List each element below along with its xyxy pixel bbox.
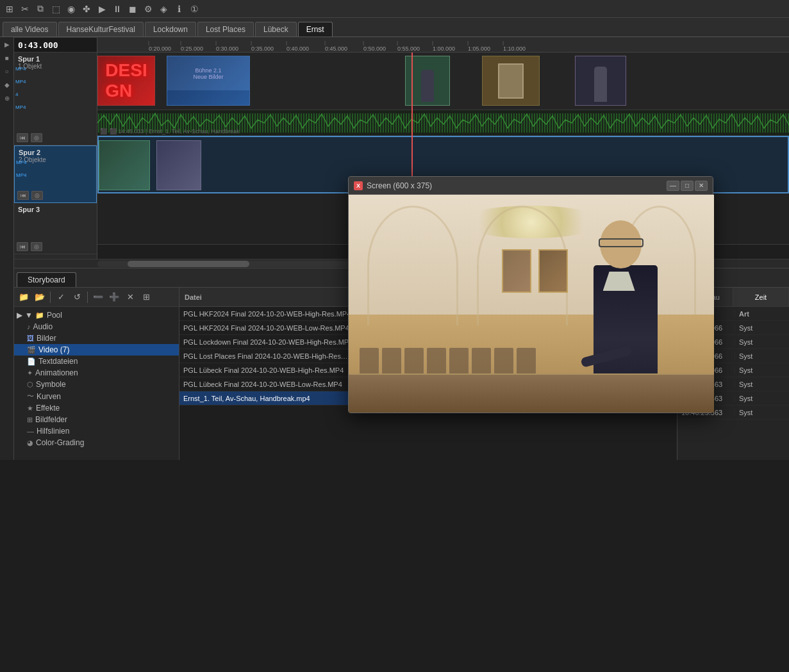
ruler-mark: 1:05.000 bbox=[468, 40, 490, 52]
storyboard-tab[interactable]: Storyboard bbox=[17, 272, 76, 287]
pool-minus-icon[interactable]: ➖ bbox=[91, 290, 105, 304]
tab-ernst[interactable]: Ernst bbox=[298, 22, 333, 37]
track-label-spur2: Spur 2 2 Objekte MP4 MP4 ⏮ ◎ bbox=[14, 145, 97, 203]
tree-video[interactable]: 🎬 Video (7) bbox=[14, 344, 179, 356]
tree-color-grading[interactable]: ◕ Color-Grading bbox=[14, 437, 179, 448]
clip-poster[interactable]: Bühne 2.1Neue Bilder bbox=[167, 56, 250, 106]
tree-pool-folder[interactable]: ▶ ▼ 📁 Pool bbox=[14, 309, 179, 321]
tab-lubeck[interactable]: Lübeck bbox=[255, 22, 297, 37]
track2-mute-btn[interactable]: ◎ bbox=[31, 191, 43, 200]
track-label-spur1: Spur 1 1 Objekt ⏮ ◎ MP4 MP4 4 MP4 bbox=[14, 53, 97, 145]
toolbar-icon-grid[interactable]: ⊞ bbox=[3, 2, 17, 16]
ruler-mark: 0:40.000 bbox=[287, 40, 309, 52]
tab-hansekulturfestival[interactable]: HanseKulturFestival bbox=[58, 22, 144, 37]
track3-mute-btn[interactable]: ◎ bbox=[31, 242, 42, 251]
pool-open-icon[interactable]: 📂 bbox=[33, 290, 47, 304]
left-panel-item1[interactable]: ▶ bbox=[1, 38, 13, 50]
tab-lost-places[interactable]: Lost Places bbox=[197, 22, 254, 37]
tree-symbole[interactable]: ⬡ Symbole bbox=[14, 379, 179, 390]
tree-bildfelder[interactable]: ⊞ Bildfelder bbox=[14, 414, 179, 425]
floating-maximize-btn[interactable]: □ bbox=[681, 181, 693, 191]
clip-spur2-2[interactable] bbox=[156, 140, 201, 190]
ruler-mark: 0:25.000 bbox=[181, 40, 203, 52]
tree-hilfslinien[interactable]: — Hilfslinien bbox=[14, 425, 179, 437]
video-preview bbox=[349, 195, 714, 413]
left-panel-item5[interactable]: ⊕ bbox=[1, 92, 13, 104]
ruler-mark: 1:10.000 bbox=[503, 40, 526, 52]
pool-check-icon[interactable]: ✓ bbox=[54, 290, 68, 304]
col-header-datei[interactable]: Datei bbox=[179, 288, 359, 306]
pool-sidebar: 📁 📂 ✓ ↺ ➖ ➕ ✕ ⊞ ▶ ▼ 📁 Pool bbox=[14, 288, 179, 460]
tab-alle-videos[interactable]: alle Videos bbox=[3, 22, 57, 37]
toolbar-icon-cut[interactable]: ✂ bbox=[18, 2, 32, 16]
ruler-mark: 1:00.000 bbox=[433, 40, 455, 52]
toolbar-icon-number[interactable]: ① bbox=[187, 2, 201, 16]
floating-title-text: Screen (600 x 375) bbox=[367, 181, 665, 190]
pool-close-icon[interactable]: ✕ bbox=[123, 290, 137, 304]
toolbar-icon-stop[interactable]: ◼ bbox=[126, 2, 140, 16]
tree-kurven[interactable]: 〜 Kurven bbox=[14, 390, 179, 402]
floating-window-icon: X bbox=[354, 181, 363, 190]
left-panel-item3[interactable]: ○ bbox=[1, 65, 13, 77]
track-row-video1: DESIGN Bühne 2.1Neue Bilder bbox=[97, 53, 789, 110]
clip-ernst-walk2[interactable] bbox=[575, 56, 626, 106]
track1-play-btn[interactable]: ⏮ bbox=[17, 133, 28, 142]
track2-play-btn[interactable]: ⏮ bbox=[17, 191, 29, 200]
timecode-display: 0:43.000 bbox=[14, 37, 97, 53]
pool-plus-icon[interactable]: ➕ bbox=[107, 290, 121, 304]
clip-design[interactable]: DESIGN bbox=[97, 56, 155, 106]
ruler-mark: 0:35.000 bbox=[251, 40, 274, 52]
left-panel: ▶ ■ ○ ◆ ⊕ bbox=[0, 37, 14, 460]
tree-animationen[interactable]: ✦ Animationen bbox=[14, 367, 179, 379]
floating-screen-window: X Screen (600 x 375) — □ ✕ bbox=[348, 176, 713, 413]
top-toolbar: ⊞ ✂ ⧉ ⬚ ◉ ✤ ▶ ⏸ ◼ ⚙ ◈ ℹ ① bbox=[0, 0, 789, 18]
left-panel-item2[interactable]: ■ bbox=[1, 52, 13, 63]
toolbar-icon-marker[interactable]: ◈ bbox=[156, 2, 170, 16]
ruler-mark: 0:30.000 bbox=[216, 40, 238, 52]
clip-spur2-1[interactable] bbox=[99, 140, 150, 190]
tree-effekte[interactable]: ★ Effekte bbox=[14, 402, 179, 414]
tab-lockdown[interactable]: Lockdown bbox=[145, 22, 196, 37]
toolbar-icon-play[interactable]: ▶ bbox=[95, 2, 109, 16]
timeline-ruler[interactable]: 0:20.0000:25.0000:30.0000:35.0000:40.000… bbox=[97, 37, 789, 53]
toolbar-icon-box[interactable]: ⬚ bbox=[49, 2, 63, 16]
toolbar-icon-settings[interactable]: ⚙ bbox=[141, 2, 155, 16]
pool-tree: ▶ ▼ 📁 Pool ♪ Audio 🖼 Bilder 🎬 bbox=[14, 307, 179, 460]
toolbar-icon-move[interactable]: ✤ bbox=[79, 2, 94, 16]
pool-grid-icon[interactable]: ⊞ bbox=[139, 290, 153, 304]
floating-titlebar[interactable]: X Screen (600 x 375) — □ ✕ bbox=[349, 177, 713, 195]
ruler-mark: 0:50.000 bbox=[363, 40, 386, 52]
clip-ernst-walk1[interactable] bbox=[405, 56, 450, 106]
ruler-mark: 0:20.000 bbox=[149, 40, 171, 52]
pool-refresh-icon[interactable]: ↺ bbox=[70, 290, 84, 304]
toolbar-icon-copy[interactable]: ⧉ bbox=[33, 2, 47, 16]
ruler-mark: 0:55.000 bbox=[397, 40, 420, 52]
pool-tab-zeit[interactable]: Zeit bbox=[733, 288, 789, 306]
toolbar-icon-pause[interactable]: ⏸ bbox=[110, 2, 124, 16]
audio-info-text: ⬛ 14:45.033 | Ernst_1. Teil, Av-Schau, H… bbox=[110, 128, 240, 135]
tree-textdateien[interactable]: 📄 Textdateien bbox=[14, 356, 179, 367]
ruler-mark: 0:45.000 bbox=[325, 40, 347, 52]
track1-mute-btn[interactable]: ◎ bbox=[31, 133, 42, 142]
toolbar-icon-info[interactable]: ℹ bbox=[172, 2, 186, 16]
floating-content bbox=[349, 195, 713, 413]
audio-waveform-1: ⬛ ⬛ 14:45.033 | Ernst_1. Teil, Av-Schau,… bbox=[97, 110, 789, 136]
pool-toolbar: 📁 📂 ✓ ↺ ➖ ➕ ✕ ⊞ bbox=[14, 288, 179, 307]
tabs-row: alle Videos HanseKulturFestival Lockdown… bbox=[0, 18, 789, 37]
tree-bilder[interactable]: 🖼 Bilder bbox=[14, 332, 179, 344]
track-labels: Spur 1 1 Objekt ⏮ ◎ MP4 MP4 4 MP4 Spur 2 bbox=[14, 53, 97, 259]
track-label-spur3: Spur 3 ⏮ ◎ bbox=[14, 203, 97, 254]
track3-play-btn[interactable]: ⏮ bbox=[17, 242, 28, 251]
tree-audio[interactable]: ♪ Audio bbox=[14, 321, 179, 332]
clip-portrait[interactable] bbox=[482, 56, 540, 106]
pool-new-folder-icon[interactable]: 📁 bbox=[17, 290, 31, 304]
toolbar-icon-record[interactable]: ◉ bbox=[64, 2, 78, 16]
floating-close-btn[interactable]: ✕ bbox=[695, 181, 708, 191]
left-panel-item4[interactable]: ◆ bbox=[1, 79, 13, 90]
floating-minimize-btn[interactable]: — bbox=[667, 181, 679, 191]
audio-info-icon: ⬛ bbox=[100, 128, 107, 135]
